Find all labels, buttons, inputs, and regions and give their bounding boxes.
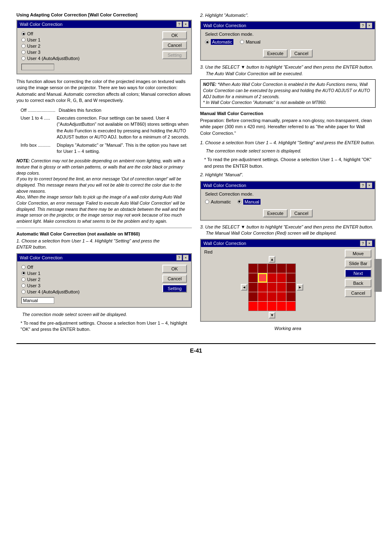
move-button[interactable]: Move (345, 249, 371, 258)
close-btn-color[interactable]: × (367, 240, 372, 246)
note-box-2: NOTE: *When Auto Wall Color Correction i… (200, 79, 376, 108)
cell-1-1[interactable] (258, 273, 267, 282)
cancel-button-1[interactable]: Cancel (162, 41, 187, 49)
list-item-infobox: Info box .......... Displays "Automatic"… (21, 142, 192, 155)
cell-0-4[interactable] (286, 264, 295, 273)
radio-circle2-user2 (21, 277, 25, 282)
radio-circle2-user1 (21, 271, 25, 275)
close-btn-manual[interactable]: × (367, 182, 372, 188)
next-button[interactable]: Next (345, 269, 371, 277)
setting-button-2[interactable]: Setting (162, 284, 187, 293)
dialog-input-1[interactable] (21, 64, 54, 70)
radio2-user3[interactable]: User 3 (21, 283, 158, 288)
manual-step1: 1. Choose a selection from User 1 – 4. H… (200, 140, 376, 146)
cell-4-2[interactable] (267, 302, 277, 311)
correction-caption-1: The correction mode select screen will b… (22, 312, 192, 317)
cell-1-2[interactable] (267, 273, 277, 282)
dialog-wall-color-2: Wall Color Correction ? × Off (16, 253, 192, 308)
cell-2-4[interactable] (286, 283, 295, 292)
cell-3-1[interactable] (258, 292, 267, 301)
cancel-btn-manual[interactable]: Cancel (290, 209, 313, 217)
radio2-off[interactable]: Off (21, 265, 158, 270)
cell-0-1[interactable] (258, 264, 267, 273)
help-btn-1[interactable]: ? (176, 21, 182, 27)
radio-off[interactable]: Off (21, 31, 158, 36)
side-buttons-color: Move Slide Bar Next Back Cancel (345, 249, 371, 297)
cell-3-4[interactable] (286, 292, 295, 301)
cell-4-1[interactable] (258, 302, 267, 311)
auto-section-heading: Automatic Wall Color Correction (not ava… (16, 231, 192, 236)
manual-step2: 2. Highlight "Manual". (200, 172, 376, 178)
dialog-options-2: Off User 1 User 2 User 3 (21, 265, 158, 304)
radio-row-auto: Automatic Manual (205, 39, 371, 46)
radio2-user2[interactable]: User 2 (21, 277, 158, 282)
radio-auto-manual[interactable]: Manual (240, 39, 261, 45)
dialog-input-2[interactable] (21, 297, 54, 304)
radio-manual-automatic[interactable]: Automatic (205, 199, 231, 205)
radio-user4[interactable]: User 4 (AutoAdjustButton) (21, 56, 158, 61)
radio-circle-off (21, 32, 25, 36)
slidebar-button[interactable]: Slide Bar (345, 259, 371, 268)
radio-row-manual: Automatic Manual (205, 199, 371, 206)
cell-2-2[interactable] (267, 283, 277, 292)
execute-btn-auto[interactable]: Execute (263, 49, 288, 58)
dialog-manual-mode: Wall Color Correction ? × Select Correct… (200, 181, 376, 221)
cell-0-2[interactable] (267, 264, 277, 273)
cell-2-3[interactable] (277, 283, 286, 292)
radio-circle-user3 (21, 50, 25, 54)
arrow-down[interactable]: ▼ (269, 312, 275, 319)
radio2-user1[interactable]: User 1 (21, 271, 158, 276)
radio-circle-manual-manual (238, 200, 242, 204)
cell-3-0[interactable] (249, 292, 258, 301)
cell-4-4[interactable] (286, 302, 295, 311)
help-btn-auto[interactable]: ? (360, 23, 366, 28)
cancel-btn-auto[interactable]: Cancel (290, 49, 313, 58)
dialog-title-manual: Wall Color Correction (203, 183, 246, 188)
radio-user1[interactable]: User 1 (21, 37, 158, 42)
back-button[interactable]: Back (345, 279, 371, 287)
cell-1-4[interactable] (286, 273, 295, 282)
arrow-right[interactable]: ► (297, 284, 303, 291)
titlebar-buttons-2: ? × (176, 255, 189, 261)
cell-1-3[interactable] (277, 273, 286, 282)
cell-4-0[interactable] (249, 302, 258, 311)
cell-0-0[interactable] (249, 264, 258, 273)
radio-auto-automatic[interactable]: Automatic (205, 39, 233, 45)
radio-manual-manual[interactable]: Manual (238, 199, 261, 205)
execute-btn-manual[interactable]: Execute (263, 209, 288, 217)
cancel-button-color[interactable]: Cancel (345, 289, 371, 297)
ok-button-1[interactable]: OK (162, 31, 187, 39)
radio2-user4[interactable]: User 4 (AutoAdjustButton) (21, 289, 158, 294)
cell-2-1[interactable] (258, 283, 267, 292)
dialog-options-1: Off User 1 User 2 User 3 (21, 31, 158, 70)
help-btn-manual[interactable]: ? (360, 182, 366, 188)
help-btn-color[interactable]: ? (360, 240, 366, 246)
correction-mode-label-auto: Select Correction mode. (205, 32, 371, 37)
cell-0-3[interactable] (277, 264, 286, 273)
dialog-body-1: Off User 1 User 2 User 3 (17, 28, 191, 74)
cell-3-2[interactable] (267, 292, 277, 301)
titlebar-buttons-auto: ? × (360, 23, 372, 28)
close-btn-2[interactable]: × (183, 255, 189, 261)
radio-circle-user2 (21, 44, 25, 48)
cell-3-3[interactable] (277, 292, 286, 301)
dialog-titlebar-manual: Wall Color Correction ? × (201, 182, 375, 189)
cell-1-0[interactable] (249, 273, 258, 282)
arrow-left[interactable]: ◄ (241, 284, 247, 291)
close-btn-auto[interactable]: × (367, 23, 372, 28)
ok-button-2[interactable]: OK (162, 265, 187, 273)
arrow-up[interactable]: ▲ (269, 256, 275, 263)
dialog-titlebar-2: Wall Color Correction ? × (17, 254, 191, 261)
list-item-user1to4: User 1 to 4 ..... Executes correction. F… (21, 115, 192, 141)
radio-user2[interactable]: User 2 (21, 44, 158, 48)
setting-button-1[interactable]: Setting (162, 51, 187, 59)
cancel-button-2[interactable]: Cancel (162, 275, 187, 283)
dialog-auto-mode: Wall Color Correction ? × Select Correct… (200, 21, 376, 61)
cell-4-3[interactable] (277, 302, 286, 311)
close-btn-1[interactable]: × (183, 21, 189, 27)
dialog-body-manual: Select Correction mode. Automatic Manual… (201, 189, 375, 220)
radio-user3[interactable]: User 3 (21, 50, 158, 55)
cell-2-0[interactable] (249, 283, 258, 292)
help-btn-2[interactable]: ? (176, 255, 182, 261)
right-column: 2. Highlight "Automatic". Wall Color Cor… (200, 12, 376, 335)
